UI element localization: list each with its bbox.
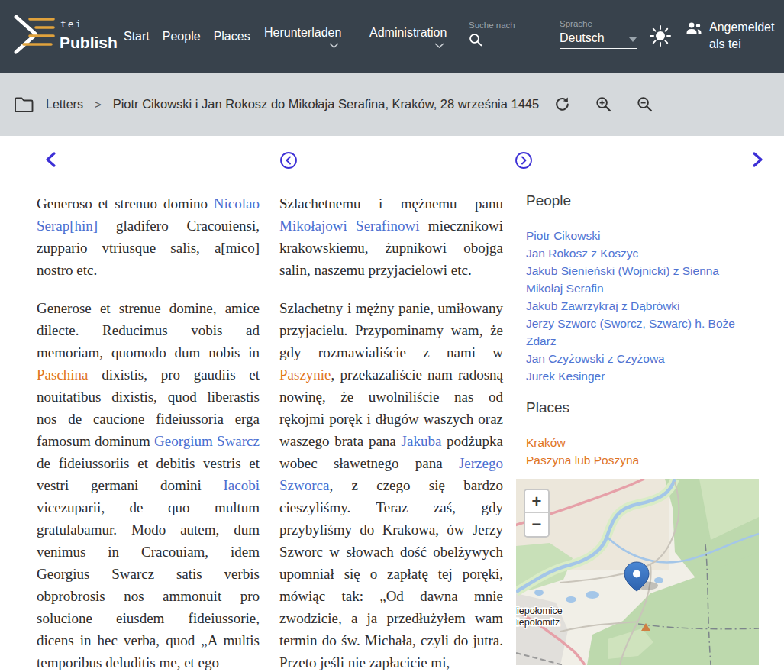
zoom-in-button[interactable] [595, 96, 611, 112]
logged-in-indicator[interactable]: Angemeldet als tei [686, 19, 775, 53]
document-body: Generoso et strenuo domino Nicolao Serap… [0, 136, 784, 672]
language-field[interactable]: Sprache Deutsch [560, 19, 637, 49]
map-zoom-in-button[interactable]: + [525, 490, 548, 513]
nav-item-places[interactable]: Places [214, 30, 250, 44]
logo-text-bottom: Publisher [60, 34, 118, 51]
places-heading: Places [526, 399, 759, 416]
map-zoom-out-button[interactable]: − [525, 513, 548, 536]
people-list: Piotr CikowskiJan Rokosz z KoszycJakub S… [526, 227, 759, 385]
person-link[interactable]: Jan Czyżowski z Czyżowa [526, 350, 759, 367]
person-link[interactable]: Jerzy Szworc (Sworcz, Szwarc) h. Boże Zd… [526, 315, 759, 350]
places-list: KrakówPaszyna lub Poszyna [526, 434, 759, 469]
previous-document-button[interactable] [44, 151, 56, 168]
logged-in-label: Angemeldet als tei [709, 19, 775, 53]
next-page-button[interactable] [515, 151, 533, 170]
dropdown-triangle-icon [629, 37, 637, 42]
place-reference[interactable]: Paschina [37, 367, 89, 383]
document-toolbar [554, 96, 653, 112]
document-title: Piotr Cikowski i Jan Rokosz do Mikołaja … [113, 97, 540, 111]
breadcrumb-collection-link[interactable]: Letters [46, 98, 83, 111]
download-menu[interactable]: Herunterladen [264, 26, 341, 48]
theme-toggle-button[interactable] [650, 25, 671, 50]
place-link[interactable]: Kraków [526, 434, 759, 451]
nav-item-start[interactable]: Start [124, 30, 150, 44]
chevron-left-icon [44, 151, 56, 168]
person-link[interactable]: Piotr Cikowski [526, 227, 759, 244]
letter-paragraph: Szlachetnemu i mężnemu panu Mikołajowi S… [279, 192, 503, 281]
letter-text: , z czego się bardzo cieszyliśmy. Teraz … [279, 477, 503, 670]
letter-paragraph: Generose et strenue domine, amice dilect… [37, 297, 260, 672]
previous-page-button[interactable] [279, 151, 298, 170]
folder-icon [14, 96, 34, 113]
letter-paragraph: Generoso et strenuo domino Nicolao Serap… [37, 192, 260, 281]
person-link[interactable]: Jurek Kesinger [526, 367, 759, 385]
zoom-out-icon [637, 96, 653, 112]
letter-text: Generoso et strenuo domino [37, 195, 214, 212]
letter-paragraph: Szlachetny i mężny panie, umiłowany przy… [279, 297, 503, 672]
person-reference[interactable]: Mikołajowi Serafinowi [279, 218, 419, 234]
document-view: Generoso et strenuo domino Nicolao Serap… [0, 136, 784, 672]
language-label: Sprache [560, 19, 637, 28]
search-label: Suche nach [469, 21, 570, 30]
transcription-column: Generoso et strenuo domino Nicolao Serap… [37, 192, 260, 672]
search-icon [469, 33, 482, 47]
breadcrumb: Letters > Piotr Cikowski i Jan Rokosz do… [46, 97, 539, 111]
map-tiles: Niepołomice Niepolomitz [516, 479, 759, 665]
administration-menu[interactable]: Administration [369, 26, 447, 48]
users-icon [686, 21, 702, 35]
person-reference[interactable]: Iacobi [224, 477, 260, 493]
nav-item-people[interactable]: People [163, 30, 201, 44]
place-reference[interactable]: Paszynie [279, 367, 331, 383]
tei-publisher-logo[interactable]: tei Publisher [11, 12, 118, 60]
search-input[interactable] [487, 34, 563, 47]
administration-menu-label: Administration [369, 26, 447, 40]
main-nav: Start People Places [124, 0, 250, 73]
metadata-sidebar: People Piotr CikowskiJan Rokosz z Koszyc… [526, 192, 759, 672]
map-zoom-control: + − [524, 489, 550, 538]
person-link[interactable]: Jakub Zawrzykraj z Dąbrówki [526, 297, 759, 315]
search-field: Suche nach [469, 21, 570, 50]
next-document-button[interactable] [752, 151, 764, 168]
letter-text: vicezuparii, de quo multum gratulabamur.… [37, 499, 260, 670]
person-link[interactable]: Jakub Sienieński (Wojnicki) z Sienna [526, 262, 759, 279]
chevron-down-icon [434, 43, 444, 48]
zoom-in-icon [595, 96, 611, 112]
chevron-left-circle-icon [279, 151, 298, 170]
tei-publisher-app: tei Publisher Start People Places Herunt… [0, 0, 784, 672]
letter-text: Generose et strenue domine, amice dilect… [37, 300, 260, 360]
people-heading: People [526, 192, 759, 209]
language-selected-value: Deutsch [560, 31, 629, 45]
place-link[interactable]: Paszyna lub Poszyna [526, 451, 759, 469]
top-navbar: tei Publisher Start People Places Herunt… [0, 0, 784, 73]
person-reference[interactable]: Georgium Swarcz [154, 433, 260, 449]
translation-column: Szlachetnemu i mężnemu panu Mikołajowi S… [279, 192, 503, 672]
letter-text: Szlachetnemu i mężnemu panu [279, 195, 503, 212]
person-link[interactable]: Mikołaj Serafin [526, 279, 759, 297]
refresh-icon [554, 96, 570, 112]
logo-text-top: tei [60, 18, 82, 30]
download-menu-label: Herunterladen [264, 26, 341, 40]
breadcrumb-separator: > [95, 98, 102, 111]
map-town-label-alt: Niepolomitz [516, 617, 560, 628]
chevron-down-icon [329, 43, 339, 48]
breadcrumb-bar: Letters > Piotr Cikowski i Jan Rokosz do… [0, 73, 784, 136]
person-reference[interactable]: Jakuba [402, 433, 442, 449]
logo-chevron-icon [16, 17, 36, 52]
places-map[interactable]: Niepołomice Niepolomitz [516, 479, 759, 665]
letter-text: Szlachetny i mężny panie, umiłowany przy… [279, 300, 503, 360]
map-town-label: Niepołomice [516, 606, 563, 616]
reload-button[interactable] [554, 96, 570, 112]
chevron-right-circle-icon [515, 151, 533, 170]
person-link[interactable]: Jan Rokosz z Koszyc [526, 244, 759, 262]
sun-icon [650, 25, 671, 47]
zoom-out-button[interactable] [637, 96, 653, 112]
chevron-right-icon [752, 151, 764, 168]
